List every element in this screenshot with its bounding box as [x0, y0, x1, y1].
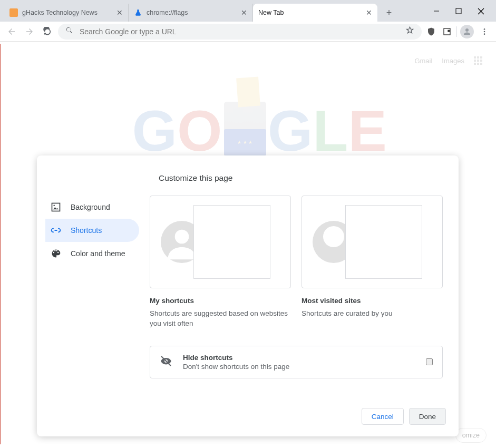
svg-rect-5: [448, 30, 450, 32]
google-apps-icon[interactable]: [474, 56, 482, 65]
new-tab-button[interactable]: +: [382, 5, 396, 20]
link-icon: [51, 225, 61, 236]
sidebar-item-shortcuts[interactable]: Shortcuts: [45, 219, 139, 242]
sidebar-item-label: Background: [71, 203, 110, 211]
hide-shortcuts-row: Hide shortcuts Don't show shortcuts on t…: [150, 346, 443, 378]
svg-point-11: [53, 204, 55, 206]
option-my-shortcuts: My shortcuts Shortcuts are suggested bas…: [150, 196, 291, 329]
tab-title: gHacks Technology News: [22, 9, 113, 16]
svg-point-12: [175, 230, 189, 244]
flask-favicon-icon: [134, 8, 142, 17]
preview-rect: [193, 205, 270, 279]
new-tab-content: Gmail Images G O ★ ★ ★ G L E omize Custo…: [0, 42, 496, 448]
cancel-button[interactable]: Cancel: [362, 408, 404, 425]
reload-button[interactable]: [40, 24, 55, 39]
preview-rect: [345, 205, 422, 279]
sidebar-item-label: Color and theme: [71, 249, 125, 258]
option-title: Most visited sites: [302, 297, 443, 305]
svg-point-9: [484, 33, 485, 35]
bookmark-star-icon[interactable]: [405, 26, 414, 37]
profile-avatar[interactable]: [460, 25, 474, 38]
svg-rect-1: [456, 8, 461, 14]
omnibox[interactable]: [58, 24, 422, 40]
ghacks-favicon: [9, 8, 18, 17]
modal-title: Customize this page: [37, 155, 459, 183]
back-button[interactable]: [4, 24, 19, 39]
palette-icon: [51, 248, 61, 259]
image-icon: [51, 202, 61, 212]
images-link[interactable]: Images: [442, 57, 464, 65]
tab-title: chrome://flags: [147, 9, 238, 16]
sidebar-item-label: Shortcuts: [71, 226, 102, 235]
header-links: Gmail Images: [414, 56, 482, 65]
options-panel: My shortcuts Shortcuts are suggested bas…: [142, 196, 459, 400]
svg-point-8: [484, 31, 485, 32]
url-input[interactable]: [80, 27, 399, 36]
title-bar: gHacks Technology News ✕ chrome://flags …: [0, 0, 496, 22]
modal-footer: Cancel Done: [37, 400, 459, 436]
option-title: My shortcuts: [150, 297, 291, 305]
option-desc: Shortcuts are suggested based on website…: [150, 309, 291, 329]
ublock-extension-icon[interactable]: [425, 25, 437, 38]
toolbar: [0, 22, 496, 42]
done-button[interactable]: Done: [409, 408, 446, 425]
tab-new-tab[interactable]: New Tab ✕: [253, 4, 377, 22]
hide-eye-icon: [160, 355, 172, 369]
tab-chrome-flags[interactable]: chrome://flags ✕: [129, 4, 253, 22]
sidebar-item-color-theme[interactable]: Color and theme: [45, 242, 139, 265]
hide-text: Hide shortcuts Don't show shortcuts on t…: [183, 354, 415, 371]
ballot-box-icon: ★ ★ ★: [224, 102, 266, 160]
most-visited-card[interactable]: [302, 196, 443, 288]
option-most-visited: Most visited sites Shortcuts are curated…: [302, 196, 443, 329]
gmail-link[interactable]: Gmail: [414, 57, 432, 65]
customize-modal: Customize this page Background Shortcuts: [37, 155, 459, 436]
chrome-menu-button[interactable]: [477, 24, 492, 39]
modal-sidebar: Background Shortcuts Color and theme: [37, 196, 142, 400]
sidebar-item-background[interactable]: Background: [45, 196, 139, 219]
minimize-button[interactable]: [431, 5, 442, 17]
decorative-edge: [0, 44, 1, 444]
tab-title: New Tab: [258, 9, 363, 16]
customize-button-hidden[interactable]: omize: [455, 428, 487, 443]
toolbar-separator: [456, 26, 457, 37]
close-icon[interactable]: ✕: [241, 8, 247, 17]
hide-title: Hide shortcuts: [183, 354, 415, 362]
search-icon: [65, 26, 73, 36]
hide-desc: Don't show shortcuts on this page: [183, 363, 415, 371]
svg-point-6: [465, 28, 469, 32]
google-doodle[interactable]: G O ★ ★ ★ G L E: [132, 75, 364, 160]
extension-icon[interactable]: [441, 25, 453, 38]
close-icon[interactable]: ✕: [116, 8, 123, 17]
forward-button[interactable]: [22, 24, 37, 39]
option-desc: Shortcuts are curated by you: [302, 309, 443, 319]
tab-ghacks[interactable]: gHacks Technology News ✕: [4, 4, 129, 22]
maximize-button[interactable]: [453, 5, 464, 17]
window-controls: [431, 0, 496, 17]
tab-strip: gHacks Technology News ✕ chrome://flags …: [0, 4, 396, 22]
svg-point-7: [484, 28, 485, 30]
close-icon[interactable]: ✕: [366, 8, 372, 17]
my-shortcuts-card[interactable]: [150, 196, 291, 288]
close-window-button[interactable]: [475, 5, 487, 17]
svg-rect-10: [52, 203, 60, 211]
hide-shortcuts-checkbox[interactable]: [426, 358, 433, 365]
